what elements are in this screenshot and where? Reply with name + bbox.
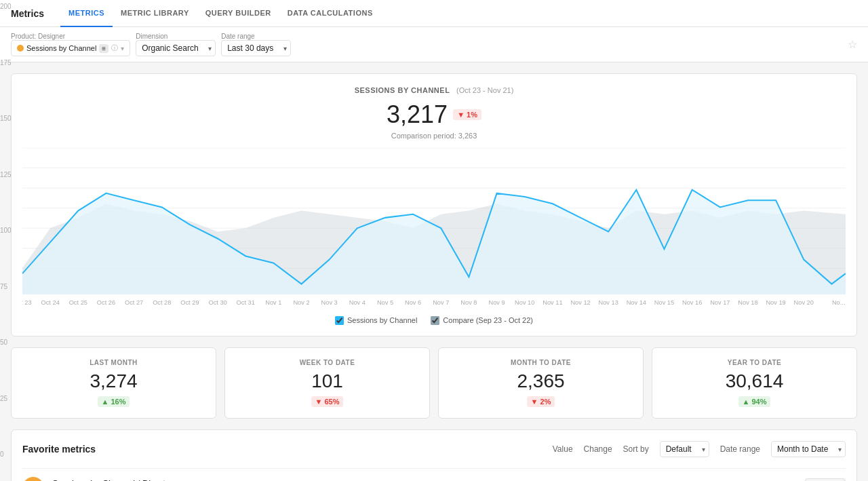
- summary-card-change: ▲ 16%: [98, 396, 130, 407]
- chart-value-row: 3,217 ▼ 1%: [22, 100, 846, 129]
- chart-title: SESSIONS BY CHANNEL: [355, 86, 450, 94]
- filter-bar: Product: Designer Sessions by Channel ≡ …: [0, 27, 868, 62]
- svg-text:Nov 11: Nov 11: [542, 299, 562, 306]
- svg-text:Nov 19: Nov 19: [766, 299, 785, 306]
- svg-text:Oct 29: Oct 29: [180, 299, 199, 306]
- svg-text:Nov 2: Nov 2: [293, 299, 309, 306]
- summary-card-change: ▼ 65%: [311, 396, 344, 407]
- legend-label-compare: Compare (Sep 23 - Oct 22): [443, 316, 533, 324]
- svg-text:Nov 16: Nov 16: [682, 299, 702, 306]
- main-area: [22, 190, 846, 294]
- metric-row: Sessions by Channel / Direct Product: De…: [22, 468, 846, 481]
- favorites-card: Favorite metrics Value Change Sort by De…: [11, 429, 857, 481]
- svg-text:Nov 18: Nov 18: [738, 299, 757, 306]
- nav-item-data-calculations[interactable]: DATA CALCULATIONS: [279, 0, 381, 27]
- chart-main-value: 3,217: [387, 100, 448, 129]
- date-range-filter-label: Date range: [221, 33, 291, 40]
- summary-card-value: 2,365: [450, 370, 632, 392]
- summary-card-month-to-date: MONTH TO DATE 2,365 ▼ 2%: [438, 347, 644, 419]
- orange-dot-icon: [17, 45, 24, 52]
- product-filter-label: Product: Designer: [11, 33, 130, 40]
- chart-change-badge: ▼ 1%: [453, 109, 481, 120]
- svg-text:Oct 28: Oct 28: [153, 299, 171, 306]
- svg-text:Nov 12: Nov 12: [570, 299, 590, 306]
- date-range-favorites-wrapper[interactable]: Month to Date: [771, 441, 846, 457]
- metric-name: Sessions by Channel / Direct: [52, 478, 165, 481]
- summary-card-label: YEAR TO DATE: [663, 359, 846, 366]
- svg-text:Nov 14: Nov 14: [627, 299, 646, 306]
- info-icon[interactable]: ⓘ: [111, 43, 118, 53]
- nav-item-query-builder[interactable]: QUERY BUILDER: [197, 0, 279, 27]
- summary-card-change: ▼ 2%: [527, 396, 555, 407]
- chart-card: SESSIONS BY CHANNEL (Oct 23 - Nov 21) 3,…: [11, 73, 857, 336]
- sort-select[interactable]: Default: [660, 441, 709, 457]
- svg-text:Oct 30: Oct 30: [208, 299, 226, 306]
- svg-text:Nov 20: Nov 20: [794, 299, 814, 306]
- metric-icon: [22, 477, 44, 481]
- svg-text:Nov 5: Nov 5: [377, 299, 393, 306]
- summary-card-value: 3,274: [22, 370, 205, 392]
- chart-legend: Sessions by Channel Compare (Sep 23 - Oc…: [22, 316, 846, 325]
- summary-card-value: 30,614: [663, 370, 846, 392]
- svg-text:Nov 13: Nov 13: [599, 299, 618, 306]
- date-range-favorites-select[interactable]: Month to Date: [771, 441, 846, 457]
- date-range-filter[interactable]: Date range Last 30 days: [221, 33, 291, 56]
- svg-text:Oct 23: Oct 23: [22, 299, 32, 306]
- favorite-star-button[interactable]: ☆: [848, 38, 857, 51]
- svg-text:Nov 10: Nov 10: [515, 299, 534, 306]
- value-col-header: Value: [553, 444, 573, 454]
- date-range-select[interactable]: Last 30 days: [221, 40, 291, 56]
- y-axis: 200 175 150 125 100 75 50 25 0: [0, 0, 12, 461]
- summary-card-last-month: LAST MONTH 3,274 ▲ 16%: [11, 347, 216, 419]
- product-pill[interactable]: Sessions by Channel ≡ ⓘ ▾: [11, 40, 130, 56]
- svg-text:Nov 8: Nov 8: [460, 299, 477, 306]
- svg-text:Nov 1: Nov 1: [265, 299, 281, 306]
- svg-text:Oct 27: Oct 27: [125, 299, 143, 306]
- dimension-select[interactable]: Organic Search: [136, 40, 216, 56]
- summary-card-label: MONTH TO DATE: [450, 359, 632, 366]
- legend-item-compare[interactable]: Compare (Sep 23 - Oct 22): [431, 316, 533, 325]
- legend-item-sessions[interactable]: Sessions by Channel: [335, 316, 417, 325]
- product-pill-value: Sessions by Channel: [26, 44, 96, 52]
- main-content: SESSIONS BY CHANNEL (Oct 23 - Nov 21) 3,…: [0, 62, 868, 481]
- summary-cards: LAST MONTH 3,274 ▲ 16% WEEK TO DATE 101 …: [11, 347, 857, 419]
- summary-card-label: WEEK TO DATE: [236, 359, 418, 366]
- sort-select-wrapper[interactable]: Default: [660, 441, 709, 457]
- svg-text:Oct 25: Oct 25: [69, 299, 87, 306]
- svg-text:Nov 7: Nov 7: [433, 299, 449, 306]
- chevron-down-icon: ▾: [121, 45, 124, 52]
- summary-card-year-to-date: YEAR TO DATE 30,614 ▲ 94%: [652, 347, 857, 419]
- nav-item-metrics[interactable]: METRICS: [60, 0, 113, 27]
- nav-item-metric-library[interactable]: METRIC LIBRARY: [113, 0, 197, 27]
- summary-card-value: 101: [236, 370, 418, 392]
- chart-date-range: (Oct 23 - Nov 21): [456, 86, 513, 94]
- svg-text:Oct 31: Oct 31: [237, 299, 255, 306]
- svg-text:Oct 26: Oct 26: [97, 299, 115, 306]
- change-col-header: Change: [584, 444, 612, 454]
- nav-items: METRICSMETRIC LIBRARYQUERY BUILDERDATA C…: [60, 0, 381, 27]
- product-filter[interactable]: Product: Designer Sessions by Channel ≡ …: [11, 33, 130, 56]
- view-button[interactable]: View: [805, 478, 846, 481]
- product-tag: ≡: [99, 44, 108, 53]
- svg-text:Nov 15: Nov 15: [654, 299, 674, 306]
- dimension-select-wrapper[interactable]: Organic Search: [136, 40, 216, 56]
- favorites-title: Favorite metrics: [22, 444, 96, 455]
- date-range-select-wrapper[interactable]: Last 30 days: [221, 40, 291, 56]
- summary-card-label: LAST MONTH: [22, 359, 205, 366]
- legend-checkbox-sessions[interactable]: [335, 316, 344, 325]
- svg-text:Oct 24: Oct 24: [41, 299, 60, 306]
- chart-header: SESSIONS BY CHANNEL (Oct 23 - Nov 21): [22, 85, 846, 95]
- chart-svg-wrapper: Oct 23 Oct 24 Oct 25 Oct 26 Oct 27 Oct 2…: [22, 148, 846, 311]
- legend-checkbox-compare[interactable]: [431, 316, 439, 325]
- chart-container: 200 175 150 125 100 75 50 25 0: [22, 148, 846, 311]
- favorites-header: Favorite metrics Value Change Sort by De…: [22, 441, 846, 457]
- comparison-text: Comparison period: 3,263: [22, 132, 846, 140]
- date-range-label-favorites: Date range: [720, 444, 760, 454]
- dimension-filter[interactable]: Dimension Organic Search: [136, 33, 216, 56]
- svg-text:Nov 4: Nov 4: [349, 299, 366, 306]
- svg-text:Nov 3: Nov 3: [321, 299, 338, 306]
- sort-label: Sort by: [623, 444, 649, 454]
- chart-svg: Oct 23 Oct 24 Oct 25 Oct 26 Oct 27 Oct 2…: [22, 148, 846, 309]
- svg-text:No...: No...: [832, 299, 846, 306]
- legend-label-sessions: Sessions by Channel: [347, 316, 417, 324]
